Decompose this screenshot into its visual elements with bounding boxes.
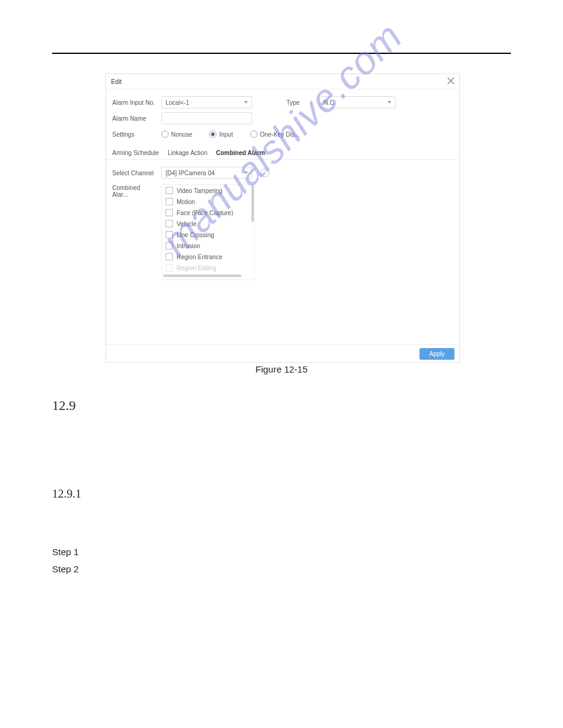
- apply-button-label: Apply: [429, 351, 445, 357]
- chevron-down-icon: [244, 101, 248, 104]
- list-item: Intrusion: [162, 240, 254, 251]
- edit-dialog: Edit Alarm Input No. Local<-1 Type N.C: [105, 74, 460, 363]
- select-channel-value: [D4] IPCamera 04: [166, 170, 215, 176]
- list-item-label: Face (Face Capture): [177, 210, 233, 216]
- dialog-title: Edit: [111, 78, 121, 85]
- combined-alarm-label: Combined Alar...: [112, 184, 156, 280]
- alarm-input-no-value: Local<-1: [166, 99, 190, 106]
- checkbox-icon[interactable]: [166, 209, 173, 216]
- settings-input-radio[interactable]: Input: [209, 131, 232, 138]
- checkbox-icon[interactable]: [166, 253, 173, 260]
- list-item-label: Video Tampering: [177, 188, 223, 194]
- select-channel-select[interactable]: [D4] IPCamera 04: [161, 167, 252, 179]
- step-2: Step 2: [52, 561, 511, 578]
- apply-button[interactable]: Apply: [419, 348, 454, 360]
- checkbox-icon[interactable]: [166, 231, 173, 238]
- checkbox-icon[interactable]: [166, 242, 173, 249]
- alarm-input-no-select[interactable]: Local<-1: [161, 96, 252, 108]
- radio-icon: [209, 131, 216, 138]
- list-item-label: Motion: [177, 199, 195, 205]
- settings-onekey-label: One-Key Dis...: [260, 131, 300, 138]
- settings-input-label: Input: [219, 131, 232, 138]
- help-icon-text: ?: [263, 170, 266, 176]
- subsection-number: 12.9.1: [52, 487, 511, 501]
- tab-body-combined: Select Channel [D4] IPCamera 04 ? Combin…: [106, 160, 459, 285]
- close-icon[interactable]: [447, 77, 454, 86]
- settings-onekey-radio[interactable]: One-Key Dis...: [250, 131, 300, 138]
- settings-label: Settings: [112, 131, 156, 138]
- list-item: Region Exiting: [162, 262, 254, 273]
- select-channel-label: Select Channel: [112, 170, 156, 176]
- list-item: Motion: [162, 196, 254, 207]
- list-item-label: Vehicle: [177, 221, 196, 227]
- tab-linkage-action[interactable]: Linkage Action: [167, 150, 207, 156]
- list-item-label: Intrusion: [177, 243, 200, 249]
- list-item-label: Line Crossing: [177, 232, 214, 238]
- checkbox-icon[interactable]: [166, 264, 173, 271]
- step-1: Step 1: [52, 544, 511, 561]
- form-area: Alarm Input No. Local<-1 Type N.C Alarm …: [106, 89, 459, 142]
- list-item-label: Region Entrance: [177, 254, 223, 260]
- list-item: Region Entrance: [162, 251, 254, 262]
- checkbox-icon[interactable]: [166, 198, 173, 205]
- alarm-input-no-label: Alarm Input No.: [112, 99, 156, 106]
- page-top-rule: [52, 53, 511, 54]
- type-label: Type: [286, 99, 300, 106]
- checkbox-icon[interactable]: [166, 220, 173, 227]
- type-select[interactable]: N.C: [320, 96, 396, 108]
- alarm-name-label: Alarm Name: [112, 115, 156, 122]
- settings-nonuse-radio[interactable]: Nonuse: [161, 131, 192, 138]
- document-body: Figure 12-15 12.9 12.9.1 Step 1 Step 2: [52, 364, 511, 578]
- tab-combined-alarm[interactable]: Combined Alarm: [216, 150, 265, 156]
- list-item-label: Region Exiting: [177, 265, 216, 271]
- list-item: Video Tampering: [162, 185, 254, 196]
- scrollbar[interactable]: [251, 185, 254, 222]
- section-number: 12.9: [52, 398, 511, 414]
- radio-icon: [250, 131, 258, 138]
- list-item: Vehicle: [162, 218, 254, 229]
- tabs: Arming Schedule Linkage Action Combined …: [106, 142, 459, 160]
- settings-nonuse-label: Nonuse: [171, 131, 192, 138]
- radio-icon: [161, 131, 169, 138]
- list-item: Face (Face Capture): [162, 207, 254, 218]
- tab-arming-schedule[interactable]: Arming Schedule: [112, 150, 159, 156]
- list-item: Line Crossing: [162, 229, 254, 240]
- steps: Step 1 Step 2: [52, 544, 511, 578]
- help-icon[interactable]: ?: [261, 169, 269, 177]
- chevron-down-icon: [244, 172, 248, 174]
- dialog-footer: Apply: [106, 344, 459, 362]
- checkbox-icon[interactable]: [166, 187, 173, 194]
- type-value: N.C: [324, 99, 334, 106]
- chevron-down-icon: [388, 101, 391, 104]
- alarm-name-input[interactable]: [161, 112, 252, 124]
- scrollbar-horizontal[interactable]: [163, 275, 242, 277]
- dialog-header: Edit: [106, 74, 459, 89]
- combined-alarm-list[interactable]: Video Tampering Motion Face (Face Captur…: [161, 184, 255, 280]
- figure-caption: Figure 12-15: [52, 364, 511, 374]
